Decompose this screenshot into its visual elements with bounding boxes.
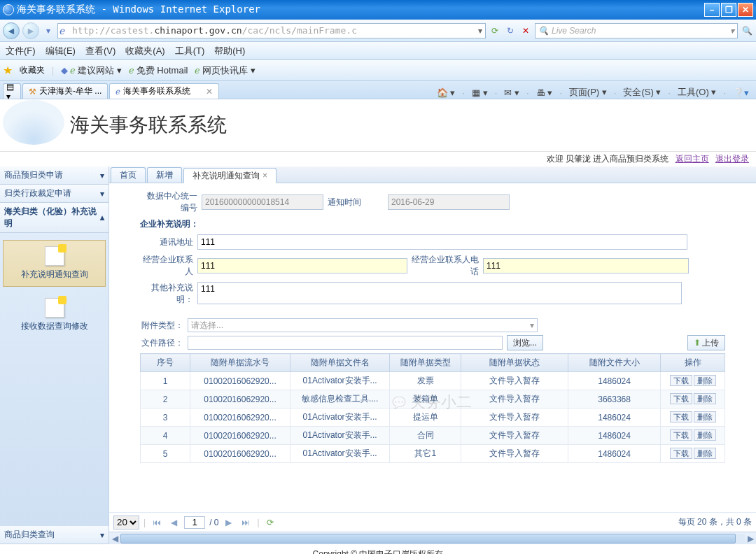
accordion-4[interactable]: 商品归类查询▾ <box>0 526 108 544</box>
sidebar-item-receive-query[interactable]: 接收数据查询修改 <box>0 298 108 332</box>
browse-button[interactable]: 浏览... <box>507 335 543 350</box>
page-last-button[interactable]: ⏭ <box>239 518 253 527</box>
input-phone[interactable] <box>483 258 689 274</box>
compat-icon[interactable]: ⟳ <box>489 24 501 37</box>
maximize-button[interactable]: ❐ <box>721 3 736 17</box>
accordion-2[interactable]: 归类行政裁定申请▾ <box>0 185 108 203</box>
input-contact[interactable] <box>197 258 407 274</box>
content-area: 首页 新增 补充说明通知查询× 数据中心统一编号 通知时间 企业补充说明： 通讯… <box>109 166 756 544</box>
browser-tab-2-active[interactable]: ℯ海关事务联系系统✕ <box>109 83 219 99</box>
table-header: 随附单据流水号 <box>190 354 290 372</box>
delete-button[interactable]: 删除 <box>694 393 716 404</box>
fav-suggested-sites[interactable]: ◆ℯ建议网站 ▾ <box>61 64 122 77</box>
browser-tabstrip: ▤ ▾ ⚒天津海关-牟华 ... ℯ海关事务联系系统✕ 🏠 ▾· ▦ ▾· ✉ … <box>0 81 756 99</box>
menu-favorites[interactable]: 收藏夹(A) <box>125 45 164 57</box>
header-decoration <box>3 100 64 145</box>
tools-menu[interactable]: 工具(O) ▾ <box>678 86 716 99</box>
link-logout[interactable]: 退出登录 <box>715 154 749 164</box>
accordion-1[interactable]: 商品预归类申请▾ <box>0 166 108 185</box>
ie-icon <box>3 4 14 15</box>
app-header: 海关事务联系系统 <box>0 99 756 151</box>
command-bar: 🏠 ▾· ▦ ▾· ✉ ▾· 🖶 ▾· 页面(P) ▾· 安全(S) ▾· 工具… <box>437 86 753 99</box>
label-phone: 经营企业联系人电话 <box>412 254 479 278</box>
table-header: 随附单据类型 <box>390 354 461 372</box>
page-total: / 0 <box>209 518 218 527</box>
menu-edit[interactable]: 编辑(E) <box>46 45 76 57</box>
download-button[interactable]: 下载 <box>670 429 692 441</box>
table-row: 101002016062920...01Activator安装手...发票文件导… <box>141 372 725 390</box>
page-input[interactable] <box>184 516 205 529</box>
tab-query-active[interactable]: 补充说明通知查询× <box>183 168 276 183</box>
sidebar-panel: 补充说明通知查询 接收数据查询修改 <box>0 233 108 526</box>
menu-bar: 文件(F) 编辑(E) 查看(V) 收藏夹(A) 工具(T) 帮助(H) <box>0 42 756 60</box>
page-menu[interactable]: 页面(P) ▾ <box>569 86 607 99</box>
stop-icon[interactable]: ✕ <box>519 24 532 37</box>
address-bar[interactable]: ℯ http://castest.chinaport.gov.cn/cac/nc… <box>57 23 486 38</box>
input-file-path[interactable] <box>188 336 503 350</box>
home-icon[interactable]: 🏠 ▾ <box>437 87 456 98</box>
back-button[interactable]: ◄ <box>3 22 20 39</box>
app-title: 海关事务联系系统 <box>70 112 227 138</box>
browser-tab-1[interactable]: ⚒天津海关-牟华 ... <box>22 83 108 99</box>
table-header: 随附单据文件名 <box>290 354 390 372</box>
link-home[interactable]: 返回主页 <box>676 154 709 164</box>
page-prev-button[interactable]: ◀ <box>168 518 180 527</box>
tab-home[interactable]: 首页 <box>111 167 146 183</box>
menu-view[interactable]: 查看(V) <box>85 45 115 57</box>
download-button[interactable]: 下载 <box>670 448 692 459</box>
safety-menu[interactable]: 安全(S) ▾ <box>623 86 661 99</box>
search-box[interactable]: 🔍 Live Search ▾ <box>535 23 738 38</box>
delete-button[interactable]: 删除 <box>694 429 716 441</box>
menu-help[interactable]: 帮助(H) <box>214 45 245 57</box>
fav-hotmail[interactable]: ℯ免费 Hotmail <box>129 64 188 77</box>
table-row: 401002016062920...01Activator安装手...合同文件导… <box>141 427 725 445</box>
table-row: 501002016062920...01Activator安装手...其它1文件… <box>141 445 725 463</box>
dropdown-icon[interactable]: ▾ <box>42 24 55 37</box>
favorites-star-icon[interactable]: ★ <box>3 64 13 77</box>
favorites-label[interactable]: 收藏夹 <box>20 64 45 76</box>
refresh-button[interactable]: ⟳ <box>264 518 276 527</box>
download-button[interactable]: 下载 <box>670 393 692 404</box>
tab-list-button[interactable]: ▤ ▾ <box>3 83 21 99</box>
inner-tabstrip: 首页 新增 补充说明通知查询× <box>109 166 756 183</box>
document-icon <box>45 246 64 266</box>
refresh-icon[interactable]: ↻ <box>504 24 517 37</box>
page-first-button[interactable]: ⏮ <box>150 518 164 527</box>
print-icon[interactable]: 🖶 ▾ <box>536 87 553 98</box>
forward-button[interactable]: ► <box>22 22 39 39</box>
input-time <box>388 194 510 210</box>
label-supp-title: 企业补充说明： <box>140 218 199 230</box>
download-button[interactable]: 下载 <box>670 411 692 422</box>
search-go-icon[interactable]: 🔍 <box>741 24 753 37</box>
help-icon[interactable]: ❔▾ <box>733 87 749 98</box>
sidebar-item-notice-query[interactable]: 补充说明通知查询 <box>3 240 106 287</box>
upload-button[interactable]: ⬆上传 <box>687 335 725 350</box>
label-other: 其他补充说明： <box>140 282 193 306</box>
tab-add[interactable]: 新增 <box>147 167 182 183</box>
input-other[interactable]: 111 <box>197 282 682 304</box>
minimize-button[interactable]: – <box>704 3 720 17</box>
page-size-select[interactable]: 20 <box>113 516 139 530</box>
label-id: 数据中心统一编号 <box>140 190 197 214</box>
mail-icon[interactable]: ✉ ▾ <box>504 87 519 98</box>
menu-file[interactable]: 文件(F) <box>6 45 36 57</box>
table-row: 301002016062920...01Activator安装手...提运单文件… <box>141 409 725 427</box>
page-icon: ℯ <box>59 25 71 36</box>
attachment-table: 序号随附单据流水号随附单据文件名随附单据类型随附单据状态随附文件大小操作 101… <box>140 353 725 463</box>
delete-button[interactable]: 删除 <box>694 448 716 459</box>
delete-button[interactable]: 删除 <box>694 411 716 422</box>
horizontal-scrollbar[interactable]: ◀ ▶ <box>109 532 756 544</box>
delete-button[interactable]: 删除 <box>694 375 716 386</box>
select-att-type[interactable]: 请选择...▾ <box>188 318 538 332</box>
close-button[interactable]: ✕ <box>738 3 753 17</box>
accordion-3[interactable]: 海关归类（化验）补充说明▴ <box>0 203 108 233</box>
table-row: 201002016062920...敏感信息检查工具....装箱单文件导入暂存3… <box>141 390 725 409</box>
rss-icon[interactable]: ▦ ▾ <box>472 87 488 98</box>
sidebar: 商品预归类申请▾ 归类行政裁定申请▾ 海关归类（化验）补充说明▴ 补充说明通知查… <box>0 166 109 544</box>
window-titlebar: 海关事务联系系统 - Windows Internet Explorer – ❐… <box>0 0 756 20</box>
page-next-button[interactable]: ▶ <box>223 518 234 527</box>
download-button[interactable]: 下载 <box>670 375 692 386</box>
input-addr[interactable] <box>197 234 687 250</box>
menu-tools[interactable]: 工具(T) <box>175 45 205 57</box>
fav-gallery[interactable]: ℯ网页快讯库 ▾ <box>195 64 255 77</box>
